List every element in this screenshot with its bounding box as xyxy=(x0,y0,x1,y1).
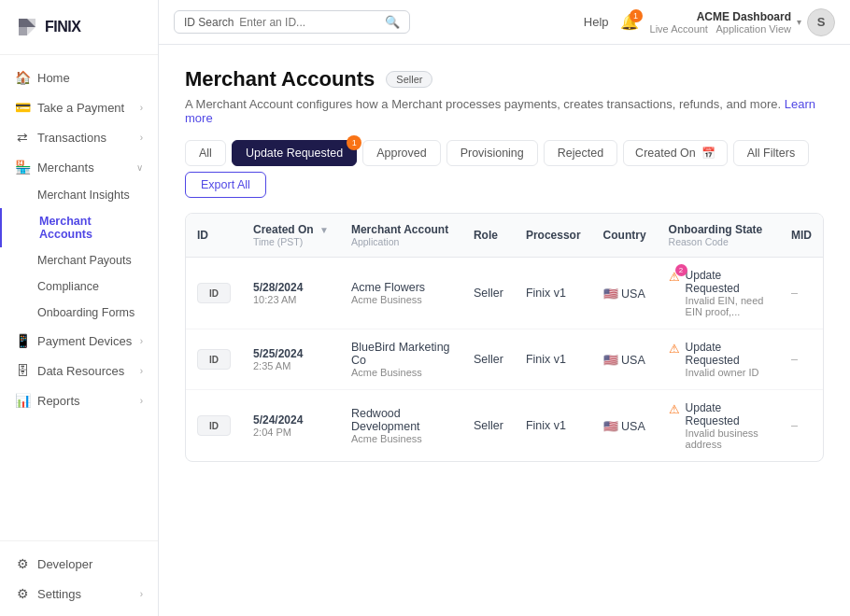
chevron-right-icon-tx: › xyxy=(140,133,143,143)
onboarding-reason: Invalid business address xyxy=(686,427,769,450)
tab-all[interactable]: All xyxy=(185,140,226,166)
reports-icon: 📊 xyxy=(15,393,30,408)
cell-merchant-0: Acme Flowers Acme Business xyxy=(340,258,462,329)
cell-processor-1: Finix v1 xyxy=(515,329,592,390)
col-id: ID xyxy=(186,214,242,258)
onboarding-reason: Invalid owner ID xyxy=(686,367,769,378)
merchant-accounts-label: Merchant Accounts xyxy=(39,215,143,241)
help-link[interactable]: Help xyxy=(584,15,609,29)
chevron-right-icon-settings: › xyxy=(140,589,143,599)
sidebar-item-merchant-payouts[interactable]: Merchant Payouts xyxy=(0,247,158,273)
tab-rejected[interactable]: Rejected xyxy=(544,140,617,166)
developer-icon: ⚙ xyxy=(15,556,30,571)
country-name: USA xyxy=(621,420,645,433)
cell-processor-2: Finix v1 xyxy=(515,390,592,462)
sidebar-item-home[interactable]: 🏠 Home xyxy=(0,63,158,92)
export-all-button[interactable]: Export All xyxy=(185,172,266,198)
sidebar-item-merchant-accounts[interactable]: Merchant Accounts xyxy=(0,208,158,247)
notification-bell[interactable]: 🔔 1 xyxy=(620,13,639,31)
chevron-down-icon-merchants: ∨ xyxy=(136,162,143,173)
sidebar: FINIX 🏠 Home 💳 Take a Payment › ⇄ Transa… xyxy=(0,0,159,616)
table-row[interactable]: ID 5/25/2024 2:35 AM BlueBird Marketing … xyxy=(186,329,823,390)
page-header: Merchant Accounts Seller A Merchant Acco… xyxy=(185,67,824,125)
col-merchant-account: Merchant Account Application xyxy=(340,214,462,258)
col-onboarding-state: Onboarding State Reason Code xyxy=(658,214,780,258)
cell-onboarding-2: ⚠ Update Requested Invalid business addr… xyxy=(658,390,780,462)
flag-icon: 🇺🇸 xyxy=(603,420,618,433)
sidebar-item-reports-label: Reports xyxy=(37,394,80,408)
account-switcher[interactable]: ACME Dashboard Live Account Application … xyxy=(650,8,835,36)
calendar-icon: 📅 xyxy=(701,147,715,160)
onboarding-label: Update Requested xyxy=(686,401,769,427)
warn-badge: 2 xyxy=(675,264,687,276)
sidebar-item-developer[interactable]: ⚙ Developer xyxy=(0,549,158,579)
payment-icon: 💳 xyxy=(15,100,30,115)
compliance-label: Compliance xyxy=(37,280,99,293)
sidebar-item-onboarding-forms[interactable]: Onboarding Forms xyxy=(0,300,158,326)
sidebar-item-home-label: Home xyxy=(37,71,70,85)
id-chip: ID xyxy=(197,415,231,436)
col-role: Role xyxy=(462,214,515,258)
tab-update-requested[interactable]: Update Requested 1 xyxy=(232,140,357,166)
flag-icon: 🇺🇸 xyxy=(603,287,618,301)
tab-approved[interactable]: Approved xyxy=(362,140,441,166)
page-title-row: Merchant Accounts Seller xyxy=(185,67,824,91)
cell-country-2: 🇺🇸 USA xyxy=(592,390,658,462)
merchant-name: BlueBird Marketing Co xyxy=(351,341,451,367)
chevron-down-icon-account: ▾ xyxy=(797,17,801,27)
sidebar-item-reports[interactable]: 📊 Reports › xyxy=(0,385,158,415)
account-sub: Live Account Application View xyxy=(650,23,791,35)
avatar: S xyxy=(807,8,835,36)
id-search-container[interactable]: ID Search 🔍 xyxy=(174,10,410,34)
account-info: ACME Dashboard Live Account Application … xyxy=(650,10,791,35)
finix-logo: FINIX xyxy=(15,15,80,39)
onboarding-label: Update Requested xyxy=(686,269,769,295)
topbar: ID Search 🔍 Help 🔔 1 ACME Dashboard Live… xyxy=(159,0,850,45)
cell-id-1: ID xyxy=(186,329,242,390)
warning-icon: ⚠2 xyxy=(669,270,680,284)
logo-area: FINIX xyxy=(0,0,158,55)
mid-value: – xyxy=(791,287,798,300)
cell-country-1: 🇺🇸 USA xyxy=(592,329,658,390)
cell-id-0: ID xyxy=(186,258,242,329)
sidebar-item-settings-label: Settings xyxy=(37,587,81,601)
chevron-right-icon-pd: › xyxy=(140,336,143,346)
col-onboarding-sub: Reason Code xyxy=(669,236,769,247)
country-name: USA xyxy=(621,354,645,367)
col-country: Country xyxy=(592,214,658,258)
search-icon: 🔍 xyxy=(385,15,400,29)
sidebar-item-take-payment[interactable]: 💳 Take a Payment › xyxy=(0,92,158,122)
sidebar-item-settings[interactable]: ⚙ Settings › xyxy=(0,579,158,609)
merchant-sub: Acme Business xyxy=(351,294,451,305)
tab-update-requested-badge: 1 xyxy=(347,135,361,150)
sidebar-item-payment-devices[interactable]: 📱 Payment Devices › xyxy=(0,326,158,356)
table-header-row: ID Created On ▼ Time (PST) Merchant Acco… xyxy=(186,214,823,258)
col-created-on-sub: Time (PST) xyxy=(253,236,329,247)
merchant-name: Acme Flowers xyxy=(351,281,451,294)
table-row[interactable]: ID 5/24/2024 2:04 PM Redwood Development… xyxy=(186,390,823,462)
main-area: ID Search 🔍 Help 🔔 1 ACME Dashboard Live… xyxy=(159,0,850,616)
date-filter[interactable]: Created On 📅 xyxy=(623,140,728,166)
sidebar-item-transactions[interactable]: ⇄ Transactions › xyxy=(0,122,158,152)
tabs-row: All Update Requested 1 Approved Provisio… xyxy=(185,140,824,198)
col-created-on[interactable]: Created On ▼ Time (PST) xyxy=(242,214,340,258)
sidebar-item-merchants[interactable]: 🏪 Merchants ∨ xyxy=(0,152,158,182)
home-icon: 🏠 xyxy=(15,70,30,85)
merchant-payouts-label: Merchant Payouts xyxy=(37,254,132,267)
cell-role-2: Seller xyxy=(462,390,515,462)
bell-badge: 1 xyxy=(630,9,643,22)
cell-mid-1: – xyxy=(780,329,823,390)
table-row[interactable]: ID 5/28/2024 10:23 AM Acme Flowers Acme … xyxy=(186,258,823,329)
warning-icon: ⚠ xyxy=(669,402,680,416)
cell-date-1: 5/25/2024 2:35 AM xyxy=(242,329,340,390)
sidebar-item-merchant-insights[interactable]: Merchant Insights xyxy=(0,182,158,208)
data-resources-icon: 🗄 xyxy=(15,363,30,378)
cell-date-2: 5/24/2024 2:04 PM xyxy=(242,390,340,462)
sidebar-item-data-resources[interactable]: 🗄 Data Resources › xyxy=(0,356,158,385)
content-area: Merchant Accounts Seller A Merchant Acco… xyxy=(159,45,850,616)
cell-time-value: 10:23 AM xyxy=(253,294,329,305)
tab-provisioning[interactable]: Provisioning xyxy=(446,140,538,166)
sidebar-item-compliance[interactable]: Compliance xyxy=(0,273,158,300)
id-search-input[interactable] xyxy=(239,16,379,29)
all-filters-button[interactable]: All Filters xyxy=(733,140,809,166)
